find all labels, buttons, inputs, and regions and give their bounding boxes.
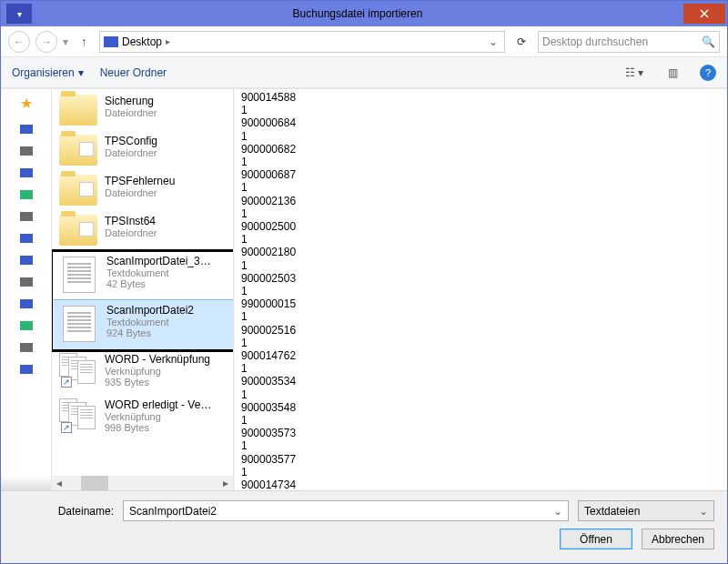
shortcut-icon: ↗ — [59, 398, 97, 435]
chevron-down-icon[interactable]: ⌄ — [699, 505, 708, 518]
open-button[interactable]: Öffnen — [560, 529, 632, 549]
file-type: Dateiordner — [105, 107, 157, 118]
file-type: Verknüpfung — [105, 366, 210, 377]
preview-line: 900003534 — [241, 375, 720, 388]
folder-icon — [59, 95, 97, 126]
file-type: Textdokument — [106, 317, 194, 327]
close-button[interactable] — [683, 4, 725, 24]
shortcut-icon: ↗ — [59, 353, 97, 389]
file-name: WORD - Verknüpfung — [105, 353, 210, 366]
chevron-down-icon: ▾ — [78, 66, 84, 79]
desktop-icon — [104, 36, 118, 47]
search-input[interactable]: Desktop durchsuchen 🔍 — [538, 31, 720, 53]
folder-icon — [59, 175, 97, 206]
search-placeholder: Desktop durchsuchen — [542, 35, 702, 48]
file-type: Dateiordner — [105, 227, 157, 238]
preview-line: 900002516 — [241, 324, 720, 337]
sidebar: ★ — [1, 89, 52, 490]
preview-line: 900002136 — [241, 195, 720, 207]
preview-line: 900014734 — [241, 478, 720, 490]
sidebar-icon[interactable] — [20, 125, 33, 134]
sidebar-icon[interactable] — [20, 234, 33, 243]
file-type: Dateiordner — [105, 147, 157, 158]
preview-line: 1 — [241, 310, 720, 323]
file-name: Sicherung — [105, 95, 157, 107]
preview-line: 1 — [241, 181, 720, 194]
preview-pane-button[interactable]: ▥ — [662, 63, 683, 83]
file-item[interactable]: ScanImportDatei_3_A…Textdokument42 Bytes — [52, 251, 233, 300]
breadcrumb[interactable]: Desktop ▸ ⌄ — [99, 31, 505, 53]
sidebar-icon[interactable] — [20, 190, 33, 199]
file-name: TPSConfig — [105, 135, 157, 147]
refresh-button[interactable]: ⟳ — [511, 31, 532, 53]
file-item[interactable]: TPSInst64Dateiordner — [52, 211, 233, 251]
file-name: WORD erledigt - Verkn… — [105, 398, 214, 411]
file-type-filter[interactable]: Textdateien ⌄ — [578, 500, 714, 521]
view-options-button[interactable]: ☷ ▾ — [623, 63, 645, 83]
sidebar-icon[interactable] — [20, 299, 33, 308]
file-type: Dateiordner — [105, 187, 175, 198]
filename-input[interactable]: ScanImportDatei2 ⌄ — [123, 500, 569, 521]
sidebar-icon[interactable] — [20, 168, 33, 177]
organize-menu[interactable]: Organisieren▾ — [12, 66, 84, 79]
scroll-left-icon[interactable]: ◂ — [52, 476, 66, 490]
preview-line: 1 — [241, 414, 720, 427]
preview-line: 1 — [241, 130, 720, 143]
sidebar-icon[interactable] — [20, 256, 33, 265]
file-size: 42 Bytes — [106, 278, 216, 289]
folder-icon — [59, 215, 97, 246]
file-item[interactable]: SicherungDateiordner — [52, 91, 233, 131]
sidebar-icon[interactable] — [20, 212, 33, 221]
preview-line: 1 — [241, 388, 720, 401]
preview-line: 900003548 — [241, 401, 720, 414]
chevron-down-icon[interactable]: ⌄ — [553, 505, 562, 518]
sidebar-icon[interactable] — [20, 277, 33, 287]
file-list[interactable]: SicherungDateiordnerTPSConfigDateiordner… — [52, 89, 234, 490]
file-size: 998 Bytes — [105, 422, 214, 433]
preview-line: 1 — [241, 156, 720, 168]
filename-label: Dateiname: — [14, 505, 114, 518]
preview-line: 990000015 — [241, 297, 720, 310]
file-item[interactable]: ↗WORD erledigt - Verkn…Verknüpfung998 By… — [52, 395, 233, 440]
file-item[interactable]: ↗WORD - VerknüpfungVerknüpfung935 Bytes — [52, 349, 233, 395]
search-icon: 🔍 — [702, 35, 715, 48]
sidebar-icon[interactable] — [20, 343, 33, 352]
horizontal-scrollbar[interactable]: ◂ ▸ — [52, 476, 233, 490]
preview-line: 900002503 — [241, 272, 720, 285]
preview-line: 1 — [241, 259, 720, 272]
breadcrumb-location: Desktop — [122, 35, 162, 48]
file-type: Verknüpfung — [105, 411, 214, 422]
forward-button[interactable]: → — [35, 31, 57, 53]
new-folder-button[interactable]: Neuer Ordner — [100, 66, 167, 79]
window-title: Buchungsdatei importieren — [32, 7, 683, 20]
up-button[interactable]: ↑ — [74, 32, 94, 52]
preview-line: 1 — [241, 466, 720, 478]
sidebar-icon[interactable] — [20, 321, 33, 330]
file-name: TPSInst64 — [105, 215, 157, 227]
file-name: ScanImportDatei_3_A… — [106, 255, 216, 267]
help-button[interactable]: ? — [700, 65, 716, 81]
file-size: 935 Bytes — [105, 377, 210, 388]
preview-line: 900014588 — [241, 91, 720, 104]
scroll-thumb[interactable] — [81, 476, 108, 490]
preview-line: 1 — [241, 362, 720, 375]
back-button[interactable]: ← — [8, 31, 30, 53]
preview-line: 1 — [241, 337, 720, 349]
favorites-icon[interactable]: ★ — [20, 95, 33, 112]
folder-icon — [59, 135, 97, 166]
preview-line: 1 — [241, 207, 720, 220]
file-size: 924 Bytes — [106, 327, 194, 338]
file-item[interactable]: TPSFehlerneuDateiordner — [52, 171, 233, 211]
cancel-button[interactable]: Abbrechen — [642, 529, 714, 549]
file-item[interactable]: TPSConfigDateiordner — [52, 131, 233, 171]
preview-line: 900002180 — [241, 246, 720, 258]
preview-line: 900003577 — [241, 453, 720, 466]
scroll-right-icon[interactable]: ▸ — [218, 476, 233, 490]
preview-line: 900003573 — [241, 427, 720, 439]
breadcrumb-dropdown[interactable]: ⌄ — [486, 35, 500, 48]
chevron-right-icon: ▸ — [166, 36, 170, 46]
sidebar-icon[interactable] — [20, 146, 33, 156]
sidebar-icon[interactable] — [20, 365, 33, 374]
text-file-icon — [63, 306, 96, 342]
file-item[interactable]: ScanImportDatei2Textdokument924 Bytes — [52, 299, 234, 350]
